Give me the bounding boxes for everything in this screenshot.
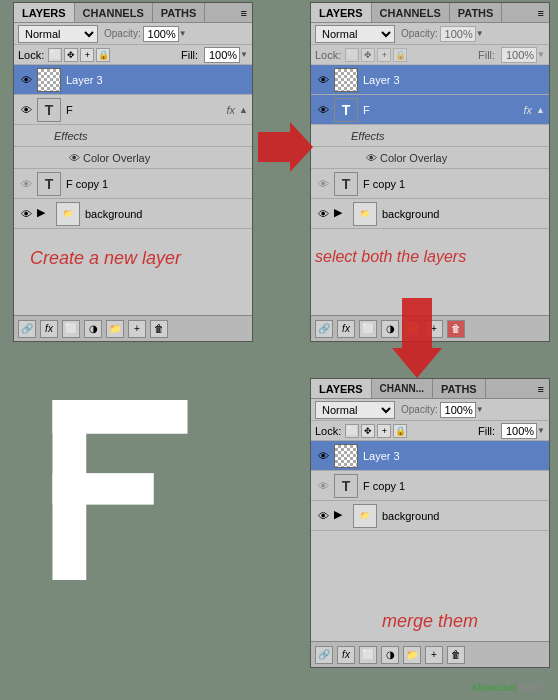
tab-channels-1[interactable]: CHANNELS — [75, 3, 153, 22]
svg-rect-4 — [53, 473, 154, 505]
panel-menu-icon-1[interactable]: ≡ — [236, 3, 252, 22]
fill-input-2[interactable] — [501, 47, 537, 63]
eye-icon-overlay-2[interactable]: 👁 — [366, 152, 377, 164]
toolbar-mask-btn-1[interactable]: ⬜ — [62, 320, 80, 338]
expand-icon-f-1[interactable]: ▲ — [239, 105, 248, 115]
opacity-arrow-1[interactable]: ▼ — [179, 29, 187, 38]
tab-layers-2[interactable]: LAYERS — [311, 3, 372, 22]
opacity-arrow-3[interactable]: ▼ — [476, 405, 484, 414]
tab-channels-2[interactable]: CHANNELS — [372, 3, 450, 22]
eye-icon-f-2[interactable]: 👁 — [315, 102, 331, 118]
toolbar-mask-btn-2[interactable]: ⬜ — [359, 320, 377, 338]
color-overlay-row-2: 👁 Color Overlay — [311, 147, 549, 169]
color-overlay-label-2: Color Overlay — [380, 152, 447, 164]
expand-arrow-bg-2[interactable]: ▶ — [334, 206, 350, 222]
eye-icon-bg-1[interactable]: 👁 — [18, 206, 34, 222]
fx-icon-f-2: fx — [524, 104, 533, 116]
toolbar-group-btn-1[interactable]: 📁 — [106, 320, 124, 338]
layer-item-layer3-1[interactable]: 👁 Layer 3 — [14, 65, 252, 95]
layer-item-fcopy1-2[interactable]: 👁 T F copy 1 — [311, 169, 549, 199]
layer-thumb-fcopy1-1: T — [37, 172, 61, 196]
layer-name-fcopy1-2: F copy 1 — [363, 178, 545, 190]
blend-mode-select-3[interactable]: Normal — [315, 401, 395, 419]
toolbar-new-btn-3[interactable]: + — [425, 646, 443, 664]
toolbar-mask-btn-3[interactable]: ⬜ — [359, 646, 377, 664]
layer-name-bg-3: background — [382, 510, 545, 522]
lock-icon-box-2[interactable]: ⬜ — [345, 48, 359, 62]
blend-mode-select-2[interactable]: Normal — [315, 25, 395, 43]
toolbar-adj-btn-3[interactable]: ◑ — [381, 646, 399, 664]
lock-icon-lock-3[interactable]: 🔒 — [393, 424, 407, 438]
expand-arrow-bg-1[interactable]: ▶ — [37, 206, 53, 222]
lock-icon-paint-2[interactable]: + — [377, 48, 391, 62]
layer-item-bg-1[interactable]: 👁 ▶ 📁 background — [14, 199, 252, 229]
lock-icon-box-1[interactable]: ⬜ — [48, 48, 62, 62]
opacity-input-1[interactable] — [143, 26, 179, 42]
eye-icon-f-1[interactable]: 👁 — [18, 102, 34, 118]
eye-icon-layer3-1[interactable]: 👁 — [18, 72, 34, 88]
layer-item-layer3-3[interactable]: 👁 Layer 3 — [311, 441, 549, 471]
lock-icon-box-3[interactable]: ⬜ — [345, 424, 359, 438]
panel-1-header: LAYERS CHANNELS PATHS ≡ — [14, 3, 252, 23]
opacity-arrow-2[interactable]: ▼ — [476, 29, 484, 38]
eye-icon-fcopy1-2[interactable]: 👁 — [315, 176, 331, 192]
toolbar-fx-btn-3[interactable]: fx — [337, 646, 355, 664]
lock-icon-paint-3[interactable]: + — [377, 424, 391, 438]
layer-item-bg-3[interactable]: 👁 ▶ 📁 background — [311, 501, 549, 531]
fill-arrow-3[interactable]: ▼ — [537, 426, 545, 435]
toolbar-link-btn-2[interactable]: 🔗 — [315, 320, 333, 338]
toolbar-delete-btn-2[interactable]: 🗑 — [447, 320, 465, 338]
toolbar-link-btn-1[interactable]: 🔗 — [18, 320, 36, 338]
panel-3: LAYERS CHANN... PATHS ≡ Normal Opacity: … — [310, 378, 550, 668]
toolbar-link-btn-3[interactable]: 🔗 — [315, 646, 333, 664]
toolbar-group-btn-3[interactable]: 📁 — [403, 646, 421, 664]
toolbar-fx-btn-1[interactable]: fx — [40, 320, 58, 338]
blend-mode-select-1[interactable]: Normal — [18, 25, 98, 43]
eye-icon-fcopy1-1[interactable]: 👁 — [18, 176, 34, 192]
layer-name-f-1: F — [66, 104, 223, 116]
expand-icon-f-2[interactable]: ▲ — [536, 105, 545, 115]
lock-icon-move-3[interactable]: ✥ — [361, 424, 375, 438]
eye-icon-layer3-2[interactable]: 👁 — [315, 72, 331, 88]
tab-channels-3[interactable]: CHANN... — [372, 379, 433, 398]
toolbar-new-btn-1[interactable]: + — [128, 320, 146, 338]
layer-item-fcopy1-1[interactable]: 👁 T F copy 1 — [14, 169, 252, 199]
tab-paths-1[interactable]: PATHS — [153, 3, 206, 22]
watermark: shancun教程网 — [472, 680, 550, 695]
eye-icon-bg-2[interactable]: 👁 — [315, 206, 331, 222]
panel-menu-icon-3[interactable]: ≡ — [533, 379, 549, 398]
eye-icon-fcopy1-3[interactable]: 👁 — [315, 478, 331, 494]
opacity-input-3[interactable] — [440, 402, 476, 418]
eye-icon-bg-3[interactable]: 👁 — [315, 508, 331, 524]
layer-thumb-bg-2: 📁 — [353, 202, 377, 226]
toolbar-adj-btn-1[interactable]: ◑ — [84, 320, 102, 338]
eye-icon-overlay-1[interactable]: 👁 — [69, 152, 80, 164]
fill-arrow-1[interactable]: ▼ — [240, 50, 248, 59]
fill-input-3[interactable] — [501, 423, 537, 439]
lock-icon-lock-2[interactable]: 🔒 — [393, 48, 407, 62]
step1-label: Create a new layer — [30, 248, 181, 269]
tab-paths-2[interactable]: PATHS — [450, 3, 503, 22]
fill-input-1[interactable] — [204, 47, 240, 63]
layer-item-bg-2[interactable]: 👁 ▶ 📁 background — [311, 199, 549, 229]
tab-layers-1[interactable]: LAYERS — [14, 3, 75, 22]
expand-arrow-bg-3[interactable]: ▶ — [334, 508, 350, 524]
layer-item-f-1[interactable]: 👁 T F fx ▲ — [14, 95, 252, 125]
tab-layers-3[interactable]: LAYERS — [311, 379, 372, 398]
toolbar-delete-btn-3[interactable]: 🗑 — [447, 646, 465, 664]
lock-icon-lock-1[interactable]: 🔒 — [96, 48, 110, 62]
layer-item-layer3-2[interactable]: 👁 Layer 3 — [311, 65, 549, 95]
fill-arrow-2[interactable]: ▼ — [537, 50, 545, 59]
toolbar-fx-btn-2[interactable]: fx — [337, 320, 355, 338]
tab-paths-3[interactable]: PATHS — [433, 379, 486, 398]
lock-icon-move-2[interactable]: ✥ — [361, 48, 375, 62]
layer-item-fcopy1-3[interactable]: 👁 T F copy 1 — [311, 471, 549, 501]
layer-thumb-f-2: T — [334, 98, 358, 122]
panel-menu-icon-2[interactable]: ≡ — [533, 3, 549, 22]
lock-icon-move-1[interactable]: ✥ — [64, 48, 78, 62]
layer-item-f-2[interactable]: 👁 T F fx ▲ — [311, 95, 549, 125]
opacity-input-2[interactable] — [440, 26, 476, 42]
lock-icon-paint-1[interactable]: + — [80, 48, 94, 62]
toolbar-delete-btn-1[interactable]: 🗑 — [150, 320, 168, 338]
eye-icon-layer3-3[interactable]: 👁 — [315, 448, 331, 464]
